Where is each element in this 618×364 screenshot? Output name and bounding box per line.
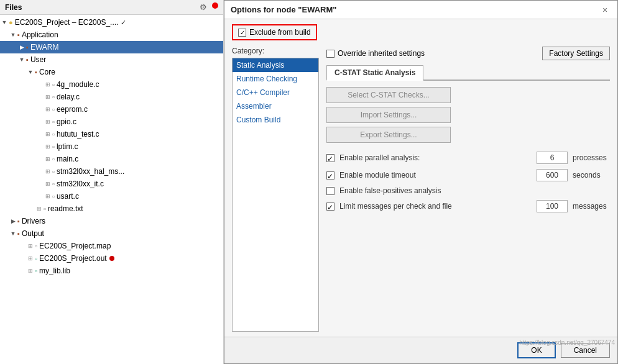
tree-item-ec200s_out[interactable]: ⊞▫EC200S_Project.out bbox=[0, 252, 223, 265]
checkmark-project: ✓ bbox=[121, 19, 126, 27]
select_checks-button[interactable]: Select C-STAT Checks... bbox=[326, 87, 451, 103]
files-panel: Files ⚙ ▼●EC200S_Project – EC200S_....✓▼… bbox=[0, 0, 224, 364]
file-icon-stm32l0xx_hal_ms: ▫ bbox=[52, 168, 55, 175]
tree-item-stm32l0xx_hal_ms[interactable]: ⊞▫stm32l0xx_hal_ms... bbox=[0, 165, 223, 178]
tree-item-core[interactable]: ▼▪Core bbox=[0, 66, 223, 78]
plus-icon-lptim: ⊞ bbox=[44, 143, 52, 150]
cstat-settings: ✓Enable parallel analysis:processes✓Enab… bbox=[326, 152, 610, 217]
category-item-static_analysis[interactable]: Static Analysis bbox=[233, 58, 318, 72]
tree-label-application: Application bbox=[22, 30, 58, 39]
expander-project[interactable]: ▼ bbox=[0, 18, 9, 27]
plus-icon-hututu_test: ⊞ bbox=[44, 131, 52, 137]
tree-item-my_lib[interactable]: ⊞▫my_lib.lib bbox=[0, 265, 223, 277]
label-parallel_analysis: Enable parallel analysis: bbox=[339, 153, 532, 162]
tree-item-application[interactable]: ▼▪Application bbox=[0, 29, 223, 41]
unit-parallel_analysis: processes bbox=[573, 153, 610, 162]
file-icon-core: ▪ bbox=[35, 68, 37, 76]
close-button[interactable]: × bbox=[599, 4, 611, 16]
exclude-checkbox[interactable]: ✓ bbox=[238, 29, 246, 37]
input-parallel_analysis[interactable] bbox=[537, 152, 568, 164]
tab-cstat[interactable]: C-STAT Static Analysis bbox=[326, 65, 423, 81]
tree-item-output[interactable]: ▼▪Output bbox=[0, 227, 223, 240]
red-dot-ec200s_out bbox=[109, 256, 114, 261]
expander-drivers[interactable]: ▶ bbox=[9, 217, 17, 225]
files-tree: ▼●EC200S_Project – EC200S_....✓▼▪Applica… bbox=[0, 15, 223, 364]
file-icon-output: ▪ bbox=[17, 230, 20, 237]
expander-user[interactable]: ▼ bbox=[17, 55, 26, 64]
plus-icon-readme: ⊞ bbox=[35, 206, 44, 212]
expander-output[interactable]: ▼ bbox=[9, 229, 17, 238]
tree-item-ec200s_map[interactable]: ⊞▫EC200S_Project.map bbox=[0, 240, 223, 252]
tree-item-4g_module[interactable]: ⊞▫4g_module.c bbox=[0, 78, 223, 91]
tree-item-drivers[interactable]: ▶▪Drivers bbox=[0, 215, 223, 227]
import_settings-button[interactable]: Import Settings... bbox=[326, 107, 451, 123]
unit-limit_messages: messages bbox=[573, 202, 610, 211]
files-header-actions: ⚙ bbox=[198, 2, 218, 12]
files-header: Files ⚙ bbox=[0, 0, 223, 15]
dialog-title: Options for node "EWARM" bbox=[231, 5, 336, 14]
tree-item-hututu_test[interactable]: ⊞▫hututu_test.c bbox=[0, 128, 223, 140]
file-icon-delay: ▫ bbox=[52, 93, 55, 101]
checkbox-module_timeout[interactable]: ✓ bbox=[326, 171, 334, 180]
plus-icon-stm32l0xx_hal_ms: ⊞ bbox=[44, 168, 52, 175]
tree-label-usart: usart.c bbox=[57, 192, 79, 201]
tree-label-ewarm: EWARM bbox=[30, 43, 59, 52]
input-limit_messages[interactable] bbox=[537, 200, 568, 212]
file-icon-user: ▪ bbox=[26, 56, 29, 63]
tree-item-main[interactable]: ⊞▫main.c bbox=[0, 153, 223, 165]
expander-application[interactable]: ▼ bbox=[9, 30, 17, 39]
tree-label-lptim: lptim.c bbox=[57, 142, 78, 151]
factory-settings-button[interactable]: Factory Settings bbox=[542, 47, 610, 60]
input-module_timeout[interactable] bbox=[537, 169, 568, 181]
setting-row-limit_messages: ✓Limit messages per check and filemessag… bbox=[326, 200, 610, 212]
tree-item-ewarm[interactable]: ▶▪EWARM bbox=[0, 41, 223, 53]
label-module_timeout: Enable module timeout bbox=[339, 171, 532, 180]
file-icon-ec200s_map: ▫ bbox=[35, 242, 37, 250]
tree-label-drivers: Drivers bbox=[22, 217, 45, 225]
checkbox-false_positives[interactable] bbox=[326, 187, 334, 195]
label-false_positives: Enable false-positives analysis bbox=[339, 186, 610, 195]
plus-icon-4g_module: ⊞ bbox=[44, 81, 52, 88]
file-icon-lptim: ▫ bbox=[52, 143, 55, 150]
settings-panel: Override inherited settings Factory Sett… bbox=[319, 47, 610, 332]
gear-icon[interactable]: ⚙ bbox=[198, 2, 208, 12]
tree-label-gpio: gpio.c bbox=[57, 117, 76, 126]
export_settings-button[interactable]: Export Settings... bbox=[326, 127, 451, 143]
checkbox-limit_messages[interactable]: ✓ bbox=[326, 202, 334, 211]
tree-label-stm32l0xx_it: stm32l0xx_it.c bbox=[57, 180, 104, 188]
tree-item-stm32l0xx_it[interactable]: ⊞▫stm32l0xx_it.c bbox=[0, 178, 223, 190]
category-item-runtime_checking[interactable]: Runtime Checking bbox=[233, 72, 318, 86]
override-checkbox[interactable] bbox=[326, 50, 334, 58]
tree-item-usart[interactable]: ⊞▫usart.c bbox=[0, 190, 223, 202]
file-icon-drivers: ▪ bbox=[17, 217, 20, 225]
category-item-cpp_compiler[interactable]: C/C++ Compiler bbox=[233, 86, 318, 99]
expander-ewarm[interactable]: ▶ bbox=[17, 43, 26, 52]
tree-label-main: main.c bbox=[57, 155, 78, 163]
tree-item-lptim[interactable]: ⊞▫lptim.c bbox=[0, 140, 223, 153]
tree-label-core: Core bbox=[39, 68, 55, 76]
tree-item-gpio[interactable]: ⊞▫gpio.c bbox=[0, 116, 223, 128]
tree-label-stm32l0xx_hal_ms: stm32l0xx_hal_ms... bbox=[57, 167, 124, 176]
override-row: Override inherited settings Factory Sett… bbox=[326, 47, 610, 60]
category-item-assembler[interactable]: Assembler bbox=[233, 99, 318, 113]
tree-item-project[interactable]: ▼●EC200S_Project – EC200S_....✓ bbox=[0, 16, 223, 29]
tree-label-hututu_test: hututu_test.c bbox=[57, 130, 99, 139]
tree-item-eeprom[interactable]: ⊞▫eeprom.c bbox=[0, 103, 223, 116]
file-icon-gpio: ▫ bbox=[52, 118, 55, 125]
tree-label-delay: delay.c bbox=[57, 93, 80, 101]
exclude-from-build-box: ✓ Exclude from build bbox=[232, 24, 317, 40]
checkbox-parallel_analysis[interactable]: ✓ bbox=[326, 154, 334, 162]
file-icon-usart: ▫ bbox=[52, 193, 55, 200]
expander-core[interactable]: ▼ bbox=[26, 68, 35, 76]
tree-item-delay[interactable]: ⊞▫delay.c bbox=[0, 91, 223, 103]
category-list: Static AnalysisRuntime CheckingC/C++ Com… bbox=[232, 58, 319, 332]
plus-icon-stm32l0xx_it: ⊞ bbox=[44, 181, 52, 187]
category-item-custom_build[interactable]: Custom Build bbox=[233, 113, 318, 127]
dialog-content: ✓ Exclude from build Category: Static An… bbox=[224, 19, 617, 337]
tree-item-user[interactable]: ▼▪User bbox=[0, 53, 223, 66]
plus-icon-ec200s_map: ⊞ bbox=[26, 243, 35, 249]
plus-icon-my_lib: ⊞ bbox=[26, 268, 35, 274]
tree-item-readme[interactable]: ⊞▫readme.txt bbox=[0, 202, 223, 215]
file-icon-main: ▫ bbox=[52, 155, 55, 163]
plus-icon-eeprom: ⊞ bbox=[44, 106, 52, 112]
